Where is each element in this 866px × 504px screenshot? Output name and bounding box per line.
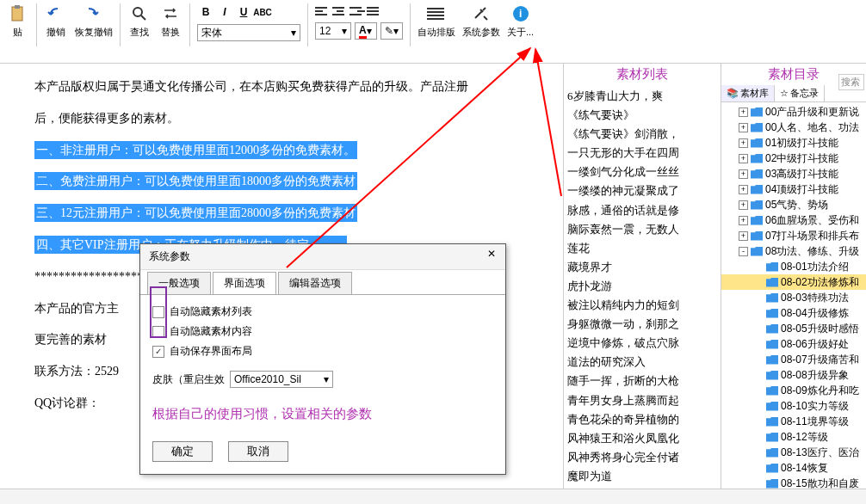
dialog-titlebar[interactable]: 系统参数 ✕ <box>140 244 505 270</box>
list-item[interactable]: 风神猿王和浴火凤凰化 <box>567 429 717 448</box>
tree-label: 08-02功法修炼和 <box>781 274 859 290</box>
align-left-icon[interactable] <box>315 3 331 19</box>
list-item[interactable]: 身躯微微一动，刹那之 <box>567 315 717 334</box>
tree-row[interactable]: 08-10实力等级 <box>721 398 866 414</box>
search-input[interactable]: 搜索 <box>838 74 864 90</box>
list-item[interactable]: 一只无形的大手在四周 <box>567 144 717 163</box>
underline-button[interactable]: U <box>235 3 252 21</box>
material-tree[interactable]: +00产品升级和更新说+00人名、地名、功法+01初级打斗技能+02中级打斗技能… <box>721 102 866 504</box>
folder-icon <box>766 479 778 489</box>
sysparam-button[interactable]: 系统参数 <box>462 3 500 39</box>
tree-row[interactable]: 08-14恢复 <box>721 460 866 476</box>
list-item[interactable]: 青色花朵的奇异植物的 <box>567 410 717 429</box>
find-button[interactable]: 查找 <box>127 3 152 39</box>
highlight-button[interactable]: ✎▾ <box>380 22 403 40</box>
tree-label: 00人名、地名、功法 <box>765 120 859 135</box>
redo-button[interactable]: 恢复撤销 <box>75 3 113 39</box>
tree-row[interactable]: 08-05升级时感悟 <box>721 321 866 336</box>
list-item[interactable]: 莲花 <box>567 239 717 258</box>
undo-button[interactable]: 撤销 <box>44 3 68 39</box>
list-item[interactable]: 青年男女身上蒸腾而起 <box>567 391 717 410</box>
expand-icon[interactable]: + <box>739 123 748 132</box>
size-select[interactable]: 12▾ <box>315 22 351 40</box>
cancel-button[interactable]: 取消 <box>228 441 288 462</box>
align-justify-icon[interactable] <box>367 3 382 19</box>
about-button[interactable]: i 关于... <box>507 3 534 39</box>
tree-label: 08-07升级痛苦和 <box>781 352 859 367</box>
align-center-icon[interactable] <box>332 3 348 19</box>
tree-row[interactable]: +05气势、势场 <box>721 197 866 212</box>
expand-icon[interactable]: + <box>739 169 748 179</box>
autolayout-button[interactable]: 自动排版 <box>418 3 455 39</box>
list-item[interactable]: 虎扑龙游 <box>567 277 717 296</box>
bold-button[interactable]: B <box>197 3 214 21</box>
tree-row[interactable]: 08-02功法修炼和 <box>721 274 866 290</box>
list-item[interactable]: 脑际轰然一震，无数人 <box>567 220 717 239</box>
ok-button[interactable]: 确定 <box>152 441 213 462</box>
expand-icon[interactable]: + <box>739 138 748 148</box>
list-item[interactable]: 《练气要诀》 <box>567 106 717 125</box>
tree-row[interactable]: 08-08升级异象 <box>721 367 866 383</box>
tree-row[interactable]: 08-03特殊功法 <box>721 290 866 305</box>
tree-row[interactable]: +00产品升级和更新说 <box>721 104 866 120</box>
tree-row[interactable]: +06血腥场景、受伤和 <box>721 212 866 228</box>
tree-row[interactable]: +03高级打斗技能 <box>721 166 866 181</box>
folder-icon <box>766 355 778 365</box>
tree-row[interactable]: 08-09炼化丹和吃 <box>721 383 866 398</box>
list-item[interactable]: 随手一挥，折断的大枪 <box>567 372 717 390</box>
replace-button[interactable]: 替换 <box>158 3 182 39</box>
expand-icon[interactable]: + <box>739 154 748 163</box>
tools-icon <box>469 3 493 24</box>
italic-button[interactable]: I <box>216 3 233 21</box>
expand-icon[interactable]: + <box>739 216 748 225</box>
tree-row[interactable]: 08-12等级 <box>721 429 866 445</box>
list-item[interactable]: 风神秀将身心完全付诸 <box>567 448 717 467</box>
tab-memo[interactable]: ☆ 备忘录 <box>775 85 825 101</box>
expand-icon[interactable]: + <box>739 231 748 241</box>
tree-row[interactable]: 08-13医疗、医治 <box>721 445 866 460</box>
checkbox-hide-content[interactable] <box>152 326 164 338</box>
list-item[interactable]: 藏境界才 <box>567 258 717 277</box>
tree-row[interactable]: -08功法、修练、升级 <box>721 243 866 259</box>
paste-button[interactable]: 贴 <box>5 3 29 39</box>
tab-editor[interactable]: 编辑器选项 <box>278 272 352 294</box>
tree-row[interactable]: +00人名、地名、功法 <box>721 120 866 135</box>
expand-icon[interactable]: + <box>739 108 748 117</box>
tree-row[interactable]: 08-06升级好处 <box>721 336 866 352</box>
expand-icon[interactable]: - <box>739 247 748 256</box>
tree-row[interactable]: 08-04升级修炼 <box>721 305 866 321</box>
tab-ui[interactable]: 界面选项 <box>213 272 276 294</box>
tree-row[interactable]: 08-07升级痛苦和 <box>721 352 866 367</box>
tree-row[interactable]: +02中级打斗技能 <box>721 151 866 166</box>
tree-row[interactable]: 08-01功法介绍 <box>721 259 866 274</box>
list-item[interactable]: 《练气要诀》剑消散， <box>567 125 717 144</box>
list-item[interactable]: 一缕缕的神元凝聚成了 <box>567 181 717 200</box>
editor-highlight: 三、12元注册用户：可以免费使用里面28000多份的免费素材 <box>34 204 357 222</box>
skin-select[interactable]: Office2010_Sil▾ <box>230 371 333 388</box>
material-list[interactable]: 6岁膝青山大力，爽《练气要诀》《练气要诀》剑消散，一只无形的大手在四周一缕剑气分… <box>564 85 721 504</box>
list-item[interactable]: 逆境中修炼，破点穴脉 <box>567 334 717 353</box>
skin-label: 皮肤（重启生效 <box>152 372 225 387</box>
list-item[interactable]: 一缕剑气分化成一丝丝 <box>567 163 717 181</box>
strike-button[interactable]: ABC <box>254 3 271 21</box>
list-item[interactable]: 脉感，通俗的话就是修 <box>567 201 717 220</box>
font-color-button[interactable]: A▾ <box>355 22 377 40</box>
list-item[interactable]: 魔即为道 <box>567 467 717 486</box>
tree-row[interactable]: +01初级打斗技能 <box>721 135 866 151</box>
list-item[interactable]: 道法的研究深入 <box>567 353 717 372</box>
tree-row[interactable]: +04顶级打斗技能 <box>721 181 866 197</box>
tree-row[interactable]: 08-11境界等级 <box>721 414 866 429</box>
font-select[interactable]: 宋体▾ <box>197 24 300 41</box>
list-item[interactable]: 6岁膝青山大力，爽 <box>567 87 717 106</box>
expand-icon[interactable]: + <box>739 200 748 210</box>
redo-icon <box>82 3 106 24</box>
tab-library[interactable]: 📚 素材库 <box>721 85 775 101</box>
tree-row[interactable]: +07打斗场景和排兵布 <box>721 228 866 243</box>
tab-general[interactable]: 一般选项 <box>147 272 211 294</box>
expand-icon[interactable]: + <box>739 185 748 194</box>
close-icon[interactable]: ✕ <box>483 248 500 260</box>
align-right-icon[interactable] <box>349 3 365 19</box>
checkbox-hide-list[interactable] <box>152 306 164 318</box>
checkbox-save-layout[interactable]: ✓ <box>152 346 164 358</box>
list-item[interactable]: 被注以精纯内力的短剑 <box>567 296 717 315</box>
